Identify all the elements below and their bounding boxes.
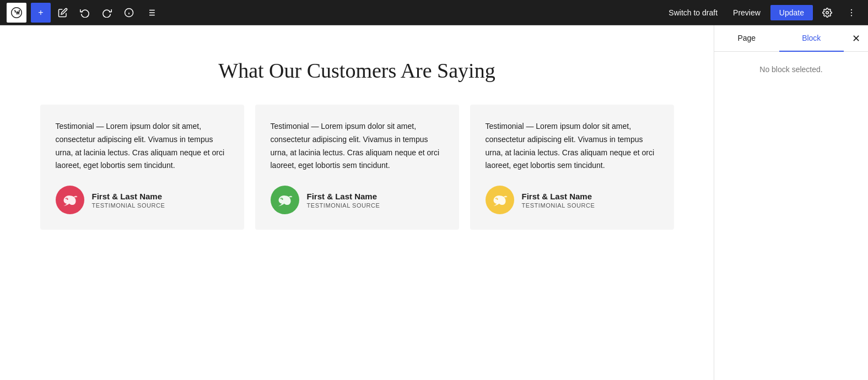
svg-point-9 [826, 11, 829, 14]
svg-point-12 [851, 15, 852, 16]
author-name: First & Last Name [307, 192, 380, 201]
author-source: TESTIMONIAL SOURCE [522, 202, 595, 209]
topbar: + Switch to draft Preview Update [0, 0, 868, 25]
editor-area: What Our Customers Are Saying Testimonia… [0, 25, 714, 380]
author-info: First & Last NameTESTIMONIAL SOURCE [307, 192, 380, 209]
page-tab[interactable]: Page [714, 25, 779, 52]
section-title: What Our Customers Are Saying [40, 58, 674, 83]
sidebar-content: No block selected. [714, 52, 868, 380]
author-source: TESTIMONIAL SOURCE [92, 202, 165, 209]
main-layout: What Our Customers Are Saying Testimonia… [0, 25, 868, 380]
author-source: TESTIMONIAL SOURCE [307, 202, 380, 209]
close-sidebar-button[interactable]: ✕ [846, 29, 866, 48]
edit-button[interactable] [53, 3, 73, 23]
testimonial-author: First & Last NameTESTIMONIAL SOURCE [271, 186, 444, 214]
block-tab[interactable]: Block [779, 25, 844, 52]
redo-button[interactable] [97, 3, 117, 23]
preview-button[interactable]: Preview [727, 5, 766, 20]
testimonial-card[interactable]: Testimonial — Lorem ipsum dolor sit amet… [40, 105, 244, 230]
more-options-button[interactable] [842, 3, 861, 23]
testimonial-card[interactable]: Testimonial — Lorem ipsum dolor sit amet… [255, 105, 459, 230]
wp-logo [7, 3, 26, 23]
author-avatar [56, 186, 84, 214]
testimonial-text: Testimonial — Lorem ipsum dolor sit amet… [486, 120, 659, 172]
testimonial-text: Testimonial — Lorem ipsum dolor sit amet… [56, 120, 229, 172]
author-info: First & Last NameTESTIMONIAL SOURCE [92, 192, 165, 209]
testimonial-author: First & Last NameTESTIMONIAL SOURCE [486, 186, 659, 214]
svg-point-11 [851, 12, 852, 13]
testimonial-author: First & Last NameTESTIMONIAL SOURCE [56, 186, 229, 214]
testimonial-card[interactable]: Testimonial — Lorem ipsum dolor sit amet… [470, 105, 674, 230]
testimonials-grid: Testimonial — Lorem ipsum dolor sit amet… [40, 105, 674, 230]
sidebar: Page Block ✕ No block selected. [714, 25, 868, 380]
no-block-selected-text: No block selected. [759, 65, 822, 74]
info-button[interactable] [119, 3, 139, 23]
testimonial-text: Testimonial — Lorem ipsum dolor sit amet… [271, 120, 444, 172]
list-view-button[interactable] [141, 3, 161, 23]
svg-point-13 [67, 199, 68, 200]
author-info: First & Last NameTESTIMONIAL SOURCE [522, 192, 595, 209]
author-avatar [486, 186, 514, 214]
author-name: First & Last Name [522, 192, 595, 201]
switch-to-draft-button[interactable]: Switch to draft [663, 5, 723, 20]
svg-point-15 [497, 199, 498, 200]
undo-button[interactable] [75, 3, 95, 23]
add-block-button[interactable]: + [31, 3, 51, 23]
author-avatar [271, 186, 299, 214]
svg-point-14 [282, 199, 283, 200]
page-content: What Our Customers Are Saying Testimonia… [40, 58, 674, 230]
author-name: First & Last Name [92, 192, 165, 201]
sidebar-tabs: Page Block ✕ [714, 25, 868, 52]
update-button[interactable]: Update [770, 5, 813, 20]
svg-point-10 [851, 9, 852, 10]
settings-button[interactable] [817, 3, 837, 23]
